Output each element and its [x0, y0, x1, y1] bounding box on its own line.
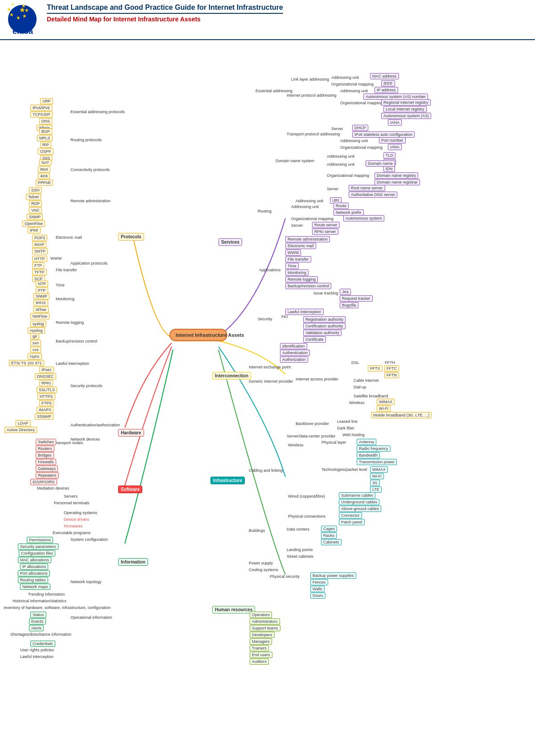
box-gateways: Gateways	[36, 466, 58, 472]
header: enisa Threat Landscape and Good Practice…	[0, 0, 535, 40]
box-lte: LTE	[370, 486, 382, 493]
box-underground: Underground cables	[339, 499, 379, 505]
box-antenna: Antenna	[357, 439, 376, 445]
box-network-maps: Network maps	[20, 584, 50, 590]
label-shortages: Shortages/disturbance information	[9, 632, 73, 637]
box-ssltls: SSL/TLS	[37, 387, 57, 393]
box-mpls: MPLS	[37, 135, 53, 141]
label-addr-unit-routing: Addressing unit	[290, 204, 320, 209]
box-iana: IANA	[388, 119, 402, 126]
box-ldap: LDAP	[16, 420, 31, 426]
box-dhcp: DHCP	[352, 125, 368, 131]
label-addr-unit-dn: Addressing unit	[325, 162, 356, 167]
label-addr-unit-dns: Addressing unit	[325, 154, 356, 159]
header-title: Threat Landscape and Good Practice Guide…	[47, 4, 283, 14]
svg-marker-7	[7, 8, 11, 11]
box-switches: Switches	[36, 439, 56, 445]
box-trainers: Trainers	[250, 645, 269, 651]
box-ntp: NTP	[36, 281, 48, 287]
label-routing-services: Routing	[256, 208, 273, 214]
box-imap: IMAP	[32, 241, 46, 248]
label-transport-protocol-addr: Transport protocol addressing	[285, 131, 341, 137]
label-physical-connections: Physical connections	[287, 514, 327, 519]
box-developers: Developers	[250, 632, 275, 638]
box-auth-dns: Authoritative DNS server	[349, 192, 397, 198]
label-web-hosting: Web hosting	[341, 432, 366, 437]
box-3g: 3G	[370, 480, 380, 486]
box-repeaters: Repeaters	[36, 472, 59, 478]
box-bandwidth: Bandwidth	[357, 452, 380, 458]
label-server-dns: Server	[325, 186, 340, 192]
label-trending: Trending information	[27, 592, 66, 597]
label-org-mapping-ip: Organizational mapping	[339, 100, 384, 106]
label-datacenter-provider: Server/data-center provider	[285, 433, 337, 439]
label-org-mapping-routing: Organizational mapping	[290, 216, 335, 221]
box-mac-addr: MAC address	[370, 73, 399, 79]
box-dn-registry: Domain name registry	[374, 172, 418, 179]
box-wifi2: Wi-Fi	[370, 473, 384, 479]
box-snmp2: SNMP	[33, 293, 49, 299]
label-addr-unit-ip: Addressing unit	[339, 88, 369, 94]
box-support-teams: Support teams	[250, 625, 280, 631]
label-security-protocols: Security protocols	[69, 383, 104, 388]
box-auditors: Auditors	[250, 658, 269, 665]
box-dnssec: DNSSEC	[35, 373, 56, 380]
box-rdp: RDP	[29, 200, 42, 207]
box-etsi: ETSI TS 101 671	[9, 360, 44, 366]
label-street-cabinets: Street cabinets	[285, 554, 315, 559]
box-port-alloc: Port allocations	[18, 570, 50, 576]
label-system-config: System configuration	[69, 537, 109, 542]
box-rsync: rsync	[28, 353, 42, 360]
label-essential-addressing-protocols: Essential addressing protocols	[69, 109, 126, 114]
box-svn: svn	[30, 340, 41, 346]
box-ip-address: IP address	[374, 87, 398, 93]
label-remote-logging-protocols: Remote logging	[54, 320, 85, 325]
box-ipsec: IPsec	[39, 367, 54, 373]
box-ipv4ipv6: IPv4/IPv6	[30, 105, 52, 111]
box-cages: Cages	[321, 526, 337, 532]
label-transport-nodes: Transport nodes	[53, 440, 84, 445]
box-permissions: Permissions	[27, 537, 53, 543]
label-monitoring-protocols: Monitoring	[54, 296, 76, 302]
box-telnet: Telnet	[26, 194, 41, 200]
box-identification: Identification	[280, 343, 307, 349]
label-addressing-unit-ll: Addressing unit	[330, 75, 360, 80]
box-idn: IDN	[383, 166, 395, 172]
box-managers: Managers	[250, 638, 272, 645]
header-text-container: Threat Landscape and Good Practice Guide…	[47, 4, 283, 23]
label-lawful-info: Lawful interception	[19, 654, 55, 659]
box-syslog: syslog	[30, 321, 46, 327]
box-git: git	[30, 333, 39, 339]
box-ftp: FTP	[32, 262, 44, 269]
box-cabinets: Cabinets	[321, 539, 342, 545]
label-org-mapping-dns: Organizational mapping	[325, 173, 370, 178]
box-as-number: Autonomous system (AS) number	[363, 94, 428, 100]
box-certificate: Certificate	[303, 336, 326, 343]
label-backbone-provider: Backbone provider	[294, 421, 330, 426]
box-ipmi: IPMI	[28, 227, 41, 233]
label-remote-admin-protocols: Remote administration	[69, 198, 112, 204]
label-server-routing: Server	[290, 223, 305, 228]
box-wimax: WiMAX	[377, 399, 395, 405]
box-radio-freq: Radio frequency	[357, 445, 391, 452]
box-rsyslog: rsyslog	[28, 327, 45, 334]
box-backup-svc: Backup/revision control	[285, 283, 331, 289]
box-security-params: Security parameters	[18, 544, 58, 550]
label-ffth: FFTH	[383, 360, 396, 365]
label-backup-revision-protocols: Backup/revision control	[54, 339, 99, 344]
hardware-node: Hardware	[118, 429, 144, 437]
box-pop3: POP3	[32, 235, 47, 241]
box-submarine: Submarine cables	[339, 492, 375, 499]
label-issue-tracking: Issue tracking	[312, 290, 340, 296]
label-application-protocols: Application protocols	[69, 261, 109, 266]
label-physical-security: Physical security	[268, 574, 301, 579]
box-netflow: NetFlow	[30, 313, 49, 319]
box-walls: Walls	[310, 586, 325, 592]
label-email: Electronic mail	[54, 235, 83, 240]
label-wireless-provider: Wireless	[348, 400, 366, 405]
box-dns: DNS	[39, 118, 52, 124]
box-snmp: SNMP	[27, 214, 43, 220]
box-doors: Doors	[310, 593, 325, 599]
label-satellite-broadband: Satellite broadband	[352, 393, 390, 399]
box-www-svc: WWW	[285, 249, 301, 256]
